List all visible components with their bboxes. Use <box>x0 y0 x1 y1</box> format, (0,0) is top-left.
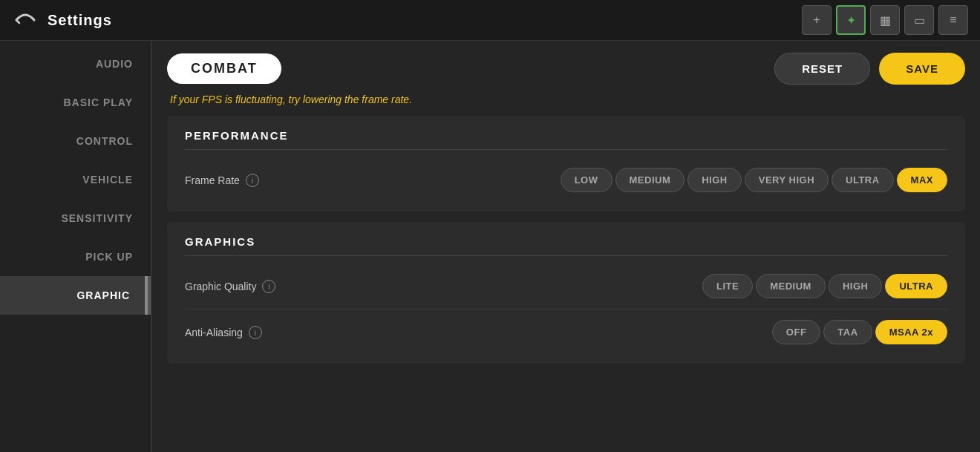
graphics-title: GRAPHICS <box>185 235 947 256</box>
content-area: COMBAT RESET SAVE If your FPS is fluctua… <box>152 41 980 452</box>
reset-button[interactable]: RESET <box>774 53 870 85</box>
graphic-quality-options: LITE MEDIUM HIGH ULTRA <box>702 274 947 298</box>
performance-section: PERFORMANCE Frame Rate i LOW MEDIUM HIGH… <box>167 116 965 212</box>
screen-icon-btn[interactable]: ▭ <box>904 5 934 35</box>
frame-rate-info-icon[interactable]: i <box>246 174 259 187</box>
frame-rate-ultra[interactable]: ULTRA <box>832 168 894 192</box>
sidebar: AUDIO BASIC PLAY CONTROL VEHICLE SENSITI… <box>0 0 152 452</box>
anti-aliasing-info-icon[interactable]: i <box>249 326 262 339</box>
frame-rate-label: Frame Rate i <box>185 174 259 187</box>
frame-rate-medium[interactable]: MEDIUM <box>615 168 685 192</box>
sidebar-item-sensitivity[interactable]: SENSITIVITY <box>0 199 151 238</box>
frame-rate-max[interactable]: MAX <box>897 168 947 192</box>
plus-icon-btn[interactable]: + <box>802 5 832 35</box>
aa-taa[interactable]: TAA <box>823 320 872 344</box>
performance-title: PERFORMANCE <box>185 129 947 150</box>
anti-aliasing-options: OFF TAA MSAA 2x <box>772 320 947 344</box>
page-title: Settings <box>48 12 802 29</box>
anti-aliasing-row: Anti-Aliasing i OFF TAA MSAA 2x <box>185 309 947 350</box>
main-content: COMBAT RESET SAVE If your FPS is fluctua… <box>152 0 980 452</box>
sidebar-item-basic-play[interactable]: BASIC PLAY <box>0 83 151 122</box>
frame-rate-low[interactable]: LOW <box>561 168 612 192</box>
gq-medium[interactable]: MEDIUM <box>756 274 826 298</box>
logo-icon <box>12 7 39 33</box>
save-button[interactable]: SAVE <box>879 53 965 85</box>
fps-notice: If your FPS is fluctuating, try lowering… <box>167 94 965 105</box>
graphic-quality-row: Graphic Quality i LITE MEDIUM HIGH ULTRA <box>185 268 947 304</box>
star-icon-btn[interactable]: ✦ <box>836 5 866 35</box>
menu-icon-btn[interactable]: ≡ <box>938 5 968 35</box>
aa-msaa2x[interactable]: MSAA 2x <box>875 320 947 344</box>
frame-rate-row: Frame Rate i LOW MEDIUM HIGH VERY HIGH U… <box>185 162 947 198</box>
sidebar-item-pick-up[interactable]: PICK UP <box>0 238 151 276</box>
graphics-section: GRAPHICS Graphic Quality i LITE MEDIUM H… <box>167 222 965 364</box>
grid-icon-btn[interactable]: ▦ <box>870 5 900 35</box>
topbar: Settings + ✦ ▦ ▭ ≡ <box>0 0 980 41</box>
aa-off[interactable]: OFF <box>772 320 821 344</box>
frame-rate-high[interactable]: HIGH <box>687 168 742 192</box>
topbar-icon-group: + ✦ ▦ ▭ ≡ <box>802 5 968 35</box>
sidebar-item-control[interactable]: CONTROL <box>0 122 151 160</box>
gq-ultra[interactable]: ULTRA <box>885 274 947 298</box>
graphic-quality-label: Graphic Quality i <box>185 280 275 293</box>
sidebar-item-audio[interactable]: AUDIO <box>0 45 151 83</box>
anti-aliasing-label: Anti-Aliasing i <box>185 326 262 339</box>
frame-rate-very-high[interactable]: VERY HIGH <box>745 168 829 192</box>
combat-badge: COMBAT <box>167 53 281 84</box>
combat-header: COMBAT RESET SAVE <box>167 53 965 85</box>
frame-rate-options: LOW MEDIUM HIGH VERY HIGH ULTRA MAX <box>561 168 947 192</box>
graphic-quality-info-icon[interactable]: i <box>262 280 275 293</box>
gq-lite[interactable]: LITE <box>702 274 753 298</box>
sidebar-item-graphic[interactable]: GRAPHIC <box>0 276 151 315</box>
header-actions: RESET SAVE <box>774 53 965 85</box>
gq-high[interactable]: HIGH <box>829 274 883 298</box>
sidebar-item-vehicle[interactable]: VEHICLE <box>0 160 151 199</box>
